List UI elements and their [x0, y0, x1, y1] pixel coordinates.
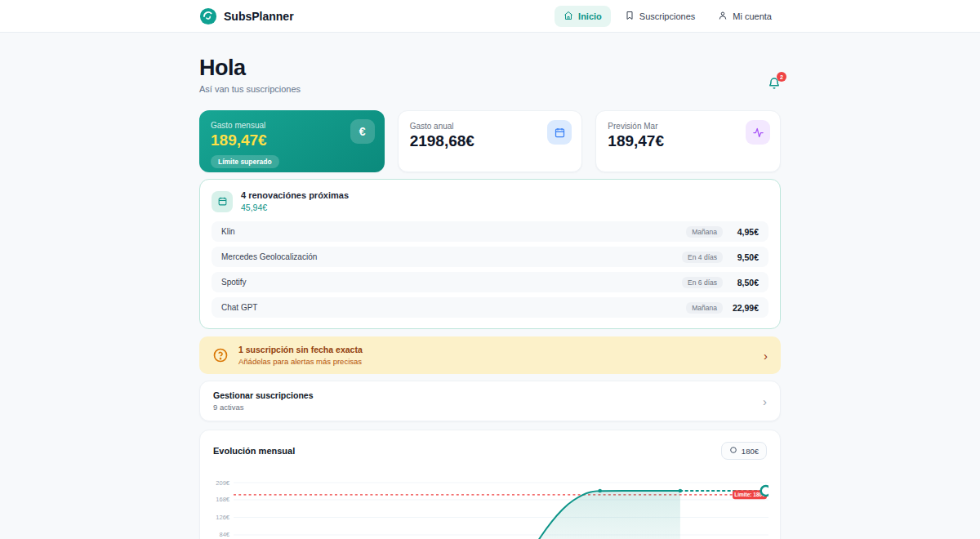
nav-label: Inicio — [578, 11, 602, 21]
stat-label: Gasto mensual — [211, 121, 373, 130]
home-icon — [564, 11, 573, 22]
stat-value: 2198,68€ — [410, 132, 571, 150]
missing-date-warning-banner[interactable]: 1 suscripción sin fecha exacta Añádelas … — [199, 336, 781, 374]
stat-label: Previsión Mar — [608, 122, 768, 131]
help-circle-icon — [212, 347, 229, 363]
stat-value: 189,47€ — [608, 132, 768, 150]
renewals-title: 4 renovaciónes próximas — [241, 190, 349, 200]
warning-subtitle: Añádelas para alertas más precisas — [238, 357, 363, 366]
line-chart-svg: 209€168€126€84€Límite: 180€ — [213, 474, 768, 539]
due-badge: En 4 días — [682, 252, 723, 263]
renewal-row-spotify[interactable]: Spotify En 6 días 8,50€ — [212, 272, 768, 292]
nav-label: Mi cuenta — [733, 11, 772, 21]
upcoming-renewals-card: 4 renovaciónes próximas 45,94€ Klin Maña… — [199, 179, 781, 329]
activity-icon — [746, 120, 770, 145]
renewals-list: Klin Mañana 4,95€ Mercedes Geolocalizaci… — [212, 221, 768, 318]
notifications-button[interactable]: 2 — [768, 77, 781, 92]
subscription-name: Mercedes Geolocalización — [221, 252, 317, 261]
app-title: SubsPlanner — [224, 10, 294, 23]
bookmark-icon — [625, 11, 635, 22]
stat-card-gasto-mensual[interactable]: Gasto mensual 189,47€ Límite superado € — [199, 110, 385, 172]
price: 22,99€ — [731, 303, 759, 313]
page-subtitle: Así van tus suscripciones — [199, 84, 301, 94]
svg-text:126€: 126€ — [216, 514, 230, 521]
nav-label: Suscripciones — [639, 11, 695, 21]
svg-text:209€: 209€ — [216, 479, 230, 487]
greeting-section: Hola Así van tus suscripciones 2 — [199, 56, 781, 94]
stats-row: Gasto mensual 189,47€ Límite superado € … — [199, 110, 781, 172]
monthly-evolution-card: Evolución mensual 180€ 209€168€126€84€Lí… — [199, 430, 781, 539]
nav-item-mi-cuenta[interactable]: Mi cuenta — [709, 6, 781, 27]
manage-subtitle: 9 activas — [213, 403, 314, 412]
chevron-right-icon: › — [764, 350, 768, 362]
price: 4,95€ — [731, 227, 759, 237]
warning-title: 1 suscripción sin fecha exacta — [238, 345, 363, 354]
due-badge: En 6 días — [682, 277, 723, 288]
notification-count-badge: 2 — [777, 72, 786, 82]
page-title: Hola — [199, 56, 301, 81]
stat-value: 189,47€ — [211, 131, 373, 149]
renewal-row-klin[interactable]: Klin Mañana 4,95€ — [212, 221, 768, 242]
svg-text:168€: 168€ — [216, 496, 230, 503]
subscription-name: Klin — [221, 227, 235, 236]
main-content: Hola Así van tus suscripciones 2 Gasto m… — [199, 33, 781, 539]
limit-exceeded-badge: Límite superado — [211, 155, 279, 168]
calendar-icon — [547, 120, 572, 145]
limit-target-badge[interactable]: 180€ — [721, 442, 767, 460]
bell-icon — [768, 80, 781, 92]
logo-icon — [199, 7, 217, 25]
renewals-total: 45,94€ — [241, 203, 349, 212]
target-icon — [729, 446, 737, 456]
target-value: 180€ — [742, 447, 759, 456]
renewal-row-chatgpt[interactable]: Chat GPT Mañana 22,99€ — [212, 297, 768, 318]
due-badge: Mañana — [686, 226, 723, 238]
nav-item-suscripciones[interactable]: Suscripciones — [616, 6, 704, 27]
evolution-chart: 209€168€126€84€Límite: 180€ — [213, 474, 767, 539]
top-navbar: SubsPlanner Inicio Suscripciones Mi cuen… — [0, 0, 980, 33]
price: 9,50€ — [731, 252, 759, 262]
due-badge: Mañana — [686, 302, 723, 314]
nav-item-inicio[interactable]: Inicio — [555, 6, 611, 27]
app-logo[interactable]: SubsPlanner — [199, 7, 294, 25]
subscription-name: Chat GPT — [221, 303, 257, 312]
subscription-name: Spotify — [221, 278, 247, 287]
stat-card-prevision[interactable]: Previsión Mar 189,47€ — [595, 110, 781, 172]
user-icon — [718, 11, 728, 22]
main-nav: Inicio Suscripciones Mi cuenta — [555, 6, 781, 27]
calendar-icon — [212, 191, 233, 212]
manage-subscriptions-card[interactable]: Gestionar suscripciones 9 activas › — [199, 381, 781, 421]
euro-icon: € — [350, 119, 375, 144]
stat-card-gasto-anual[interactable]: Gasto anual 2198,68€ — [398, 110, 583, 172]
renewal-row-mercedes[interactable]: Mercedes Geolocalización En 4 días 9,50€ — [212, 247, 768, 267]
manage-title: Gestionar suscripciones — [213, 390, 314, 400]
chevron-right-icon: › — [763, 395, 767, 408]
stat-label: Gasto anual — [410, 122, 571, 131]
price: 8,50€ — [731, 278, 759, 287]
chart-title: Evolución mensual — [213, 446, 295, 456]
svg-text:84€: 84€ — [219, 531, 229, 538]
